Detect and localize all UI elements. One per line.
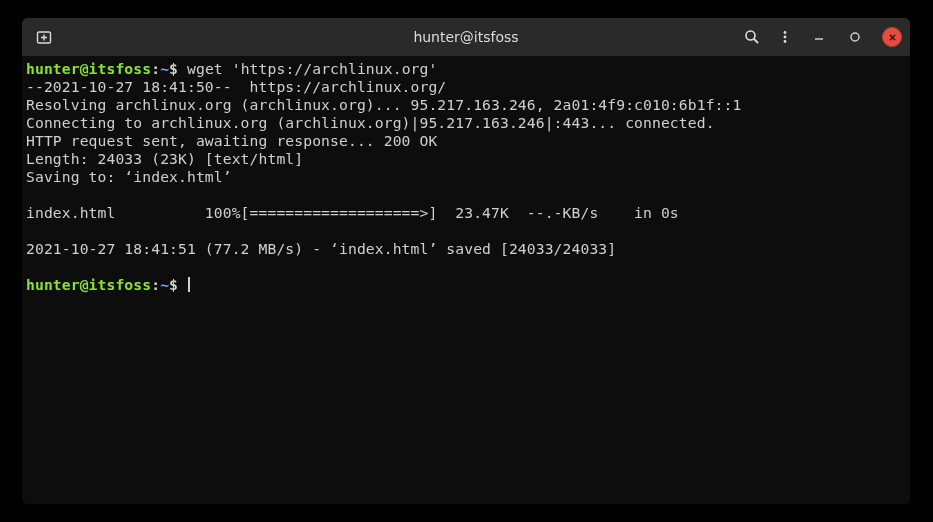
kebab-menu-icon: [778, 30, 792, 44]
output-line: --2021-10-27 18:41:50-- https://archlinu…: [26, 78, 446, 95]
menu-button[interactable]: [778, 30, 792, 44]
new-tab-icon: [36, 29, 52, 45]
output-line: HTTP request sent, awaiting response... …: [26, 132, 437, 149]
svg-line-4: [754, 39, 758, 43]
close-button[interactable]: [882, 27, 902, 47]
titlebar: hunter@itsfoss: [22, 18, 910, 56]
titlebar-left: [30, 23, 230, 51]
prompt-separator: :: [151, 60, 160, 77]
cursor: [188, 277, 190, 292]
search-icon: [744, 29, 760, 45]
terminal-body[interactable]: hunter@itsfoss:~$ wget 'https://archlinu…: [22, 56, 910, 504]
minimize-icon: [813, 31, 825, 43]
titlebar-right: [702, 27, 902, 47]
new-tab-button[interactable]: [30, 23, 58, 51]
svg-point-5: [784, 31, 787, 34]
minimize-button[interactable]: [810, 28, 828, 46]
svg-point-9: [851, 33, 859, 41]
svg-point-3: [746, 31, 755, 40]
prompt-cwd: ~: [160, 60, 169, 77]
prompt-user-host: hunter@itsfoss: [26, 276, 151, 293]
svg-point-6: [784, 36, 787, 39]
maximize-button[interactable]: [846, 28, 864, 46]
output-line: index.html 100%[===================>] 23…: [26, 204, 679, 221]
prompt-user-host: hunter@itsfoss: [26, 60, 151, 77]
output-line: Resolving archlinux.org (archlinux.org).…: [26, 96, 741, 113]
maximize-icon: [849, 31, 861, 43]
output-line: Length: 24033 (23K) [text/html]: [26, 150, 303, 167]
output-line: Connecting to archlinux.org (archlinux.o…: [26, 114, 715, 131]
prompt-separator: :: [151, 276, 160, 293]
window-title: hunter@itsfoss: [230, 29, 702, 45]
command-text: wget 'https://archlinux.org': [187, 60, 437, 77]
prompt-cwd: ~: [160, 276, 169, 293]
svg-point-7: [784, 40, 787, 43]
prompt-symbol: $: [169, 60, 178, 77]
prompt-symbol: $: [169, 276, 178, 293]
output-line: 2021-10-27 18:41:51 (77.2 MB/s) - ‘index…: [26, 240, 616, 257]
output-line: Saving to: ‘index.html’: [26, 168, 232, 185]
close-icon: [888, 33, 897, 42]
terminal-window: hunter@itsfoss: [22, 18, 910, 504]
search-button[interactable]: [744, 29, 760, 45]
